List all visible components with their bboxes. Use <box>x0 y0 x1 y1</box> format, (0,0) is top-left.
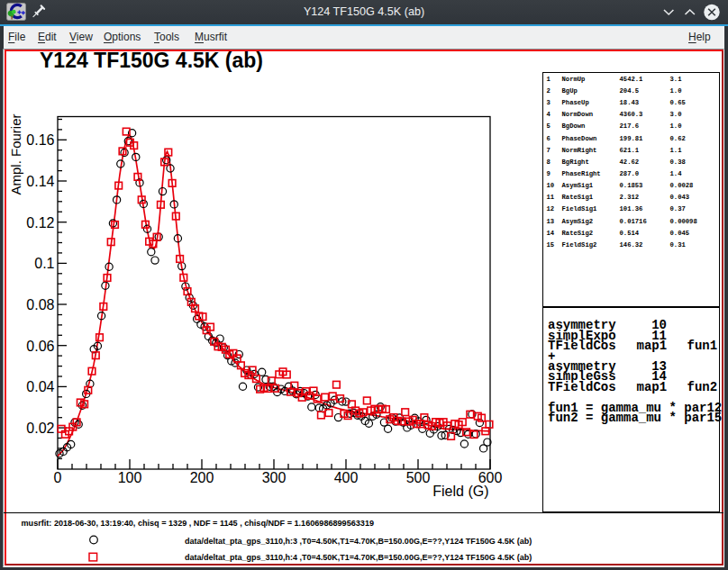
svg-text:0.14: 0.14 <box>26 174 54 189</box>
svg-text:Field (G): Field (G) <box>432 484 488 499</box>
svg-text:Ampl. Fourier: Ampl. Fourier <box>8 113 23 195</box>
svg-text:0.04: 0.04 <box>26 379 54 394</box>
svg-text:400: 400 <box>334 470 359 485</box>
svg-text:100: 100 <box>118 470 142 485</box>
svg-text:0.02: 0.02 <box>26 421 54 436</box>
svg-text:0.12: 0.12 <box>26 215 54 231</box>
svg-text:0.16: 0.16 <box>26 132 54 148</box>
svg-text:500: 500 <box>406 470 431 485</box>
svg-text:0.06: 0.06 <box>26 339 54 354</box>
svg-text:0.08: 0.08 <box>26 297 54 312</box>
svg-text:0.1: 0.1 <box>34 256 54 271</box>
svg-text:200: 200 <box>190 470 214 485</box>
svg-text:0: 0 <box>54 470 62 485</box>
svg-text:300: 300 <box>262 470 287 485</box>
